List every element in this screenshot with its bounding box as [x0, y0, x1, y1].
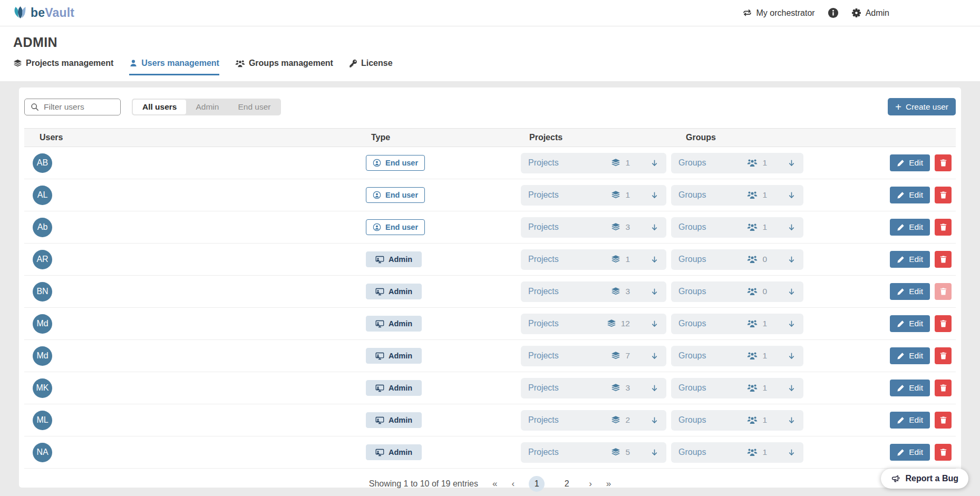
groups-dropdown[interactable]: Groups 1 — [671, 378, 803, 398]
column-header-projects: Projects — [521, 133, 678, 142]
expand-arrow-icon — [650, 352, 659, 361]
groups-dropdown[interactable]: Groups 0 — [671, 249, 803, 270]
user-cell: BN — [24, 282, 366, 302]
edit-button[interactable]: Edit — [890, 283, 930, 300]
edit-button[interactable]: Edit — [890, 412, 930, 429]
page-title: ADMIN — [13, 35, 980, 50]
groups-dropdown[interactable]: Groups 1 — [671, 153, 803, 173]
groups-cell: Groups 1 — [678, 314, 837, 334]
actions-cell: Edit — [837, 187, 956, 203]
groups-dropdown[interactable]: Groups 1 — [671, 346, 803, 366]
user-type-filter: All users Admin End user — [132, 99, 281, 115]
info-icon[interactable] — [828, 7, 839, 18]
edit-button[interactable]: Edit — [890, 154, 930, 171]
tab-groups-management[interactable]: Groups management — [235, 59, 333, 75]
end-user-icon — [373, 191, 381, 199]
layers-icon — [611, 222, 620, 232]
user-type-button[interactable]: Admin — [366, 412, 422, 428]
delete-button[interactable] — [935, 444, 952, 461]
filter-users-box[interactable] — [24, 99, 121, 115]
delete-button[interactable] — [935, 219, 952, 236]
projects-dropdown[interactable]: Projects 2 — [521, 410, 666, 431]
create-user-button[interactable]: + Create user — [888, 98, 956, 115]
tab-label: Projects management — [26, 59, 113, 68]
projects-dropdown[interactable]: Projects 7 — [521, 346, 666, 366]
groups-dropdown[interactable]: Groups 1 — [671, 410, 803, 431]
groups-cell: Groups 0 — [678, 281, 837, 302]
orchestrator-link[interactable]: My orchestrator — [742, 8, 815, 18]
delete-button[interactable] — [935, 347, 952, 364]
user-type-button[interactable]: End user — [366, 187, 425, 203]
groups-dropdown[interactable]: Groups 1 — [671, 217, 803, 238]
user-type-button[interactable]: Admin — [366, 284, 422, 299]
search-icon — [31, 103, 39, 111]
user-type-button[interactable]: Admin — [366, 380, 422, 396]
pencil-icon — [897, 191, 905, 199]
prev-page-icon[interactable]: ‹ — [511, 479, 515, 489]
edit-button[interactable]: Edit — [890, 380, 930, 396]
projects-dropdown[interactable]: Projects 3 — [521, 281, 666, 302]
groups-dropdown[interactable]: Groups 1 — [671, 442, 803, 463]
admin-icon — [375, 288, 384, 296]
user-type-button[interactable]: Admin — [366, 316, 422, 332]
avatar: NA — [33, 443, 52, 462]
user-type-button[interactable]: Admin — [366, 444, 422, 460]
projects-cell: Projects 3 — [521, 378, 678, 398]
projects-dropdown[interactable]: Projects 1 — [521, 185, 666, 206]
last-page-icon[interactable]: » — [606, 479, 611, 489]
user-type-button[interactable]: Admin — [366, 251, 422, 267]
next-page-icon[interactable]: › — [589, 479, 592, 489]
delete-button[interactable] — [935, 187, 952, 203]
table-row: Md — [24, 340, 956, 372]
edit-button[interactable]: Edit — [890, 187, 930, 203]
delete-button[interactable] — [935, 315, 952, 332]
delete-button[interactable] — [935, 283, 952, 300]
projects-dropdown[interactable]: Projects 3 — [521, 378, 666, 398]
pagination: Showing 1 to 10 of 19 entries « ‹ 1 2 › … — [24, 469, 956, 496]
projects-cell: Projects 2 — [521, 410, 678, 431]
edit-button[interactable]: Edit — [890, 444, 930, 461]
delete-button[interactable] — [935, 412, 952, 429]
brand-logo[interactable]: beVault — [13, 6, 74, 21]
trash-icon — [939, 416, 947, 424]
projects-dropdown[interactable]: Projects 5 — [521, 442, 666, 463]
user-cell: Md — [24, 314, 366, 334]
edit-button[interactable]: Edit — [890, 347, 930, 364]
tab-projects-management[interactable]: Projects management — [13, 59, 113, 75]
delete-button[interactable] — [935, 251, 952, 268]
type-cell: Admin — [366, 380, 521, 396]
pencil-icon — [897, 256, 905, 264]
groups-dropdown[interactable]: Groups 1 — [671, 185, 803, 206]
projects-dropdown[interactable]: Projects 1 — [521, 153, 666, 173]
edit-button[interactable]: Edit — [890, 219, 930, 236]
edit-button[interactable]: Edit — [890, 315, 930, 332]
tab-license[interactable]: License — [349, 59, 393, 75]
report-a-bug-button[interactable]: Report a Bug — [881, 469, 968, 489]
expand-arrow-icon — [650, 384, 659, 393]
tab-users-management[interactable]: Users management — [129, 59, 219, 75]
layers-icon — [611, 158, 620, 168]
segment-end-user[interactable]: End user — [228, 100, 280, 114]
edit-button[interactable]: Edit — [890, 251, 930, 268]
segment-all-users[interactable]: All users — [133, 100, 186, 114]
actions-cell: Edit — [837, 154, 956, 171]
filter-users-input[interactable] — [44, 102, 114, 112]
delete-button[interactable] — [935, 154, 952, 171]
actions-cell: Edit — [837, 347, 956, 364]
segment-admin[interactable]: Admin — [186, 100, 228, 114]
column-header-type: Type — [366, 133, 521, 142]
type-cell: End user — [366, 187, 521, 203]
first-page-icon[interactable]: « — [492, 479, 497, 489]
user-type-button[interactable]: End user — [366, 155, 425, 171]
projects-dropdown[interactable]: Projects 1 — [521, 249, 666, 270]
user-type-button[interactable]: End user — [366, 219, 425, 235]
admin-menu[interactable]: Admin — [851, 8, 889, 18]
groups-dropdown[interactable]: Groups 0 — [671, 281, 803, 302]
groups-dropdown[interactable]: Groups 1 — [671, 314, 803, 334]
user-type-button[interactable]: Admin — [366, 348, 422, 364]
projects-dropdown[interactable]: Projects 3 — [521, 217, 666, 238]
delete-button[interactable] — [935, 380, 952, 396]
page-number-2[interactable]: 2 — [559, 476, 575, 492]
projects-dropdown[interactable]: Projects 12 — [521, 314, 666, 334]
page-number-1[interactable]: 1 — [529, 476, 545, 492]
